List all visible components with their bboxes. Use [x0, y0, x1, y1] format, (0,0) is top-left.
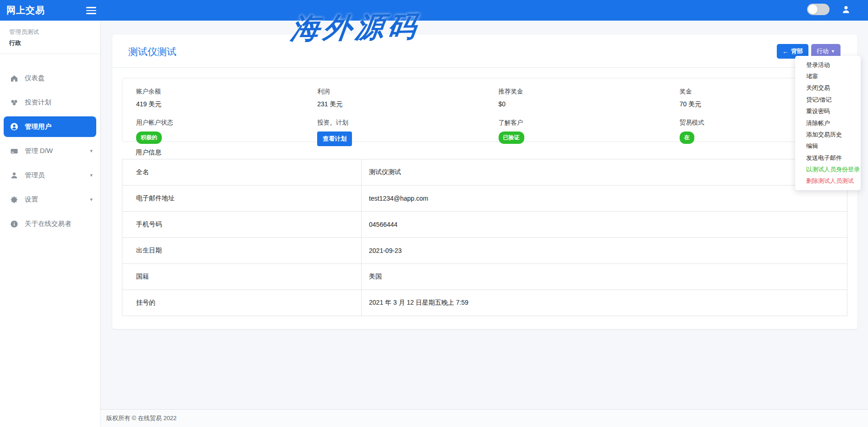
sidebar-item-label: 管理用户 [25, 122, 89, 131]
menu-item-reset-password[interactable]: 重设密码 [795, 106, 861, 117]
toggle-knob [808, 5, 818, 14]
plans-icon [10, 99, 18, 107]
row-value: 2021-09-23 [362, 238, 847, 264]
view-plans-button[interactable]: 查看计划 [317, 131, 352, 146]
sidebar-item-settings[interactable]: 设置 ▾ [0, 187, 100, 212]
sidebar-item-dashboard[interactable]: 仪表盘 [0, 66, 100, 90]
user-icon[interactable] [841, 5, 851, 14]
row-label: 国籍 [122, 264, 362, 290]
hamburger-menu-icon[interactable] [86, 5, 96, 15]
stat-label: 投资。计划 [317, 119, 484, 127]
actions-dropdown-menu: 登录活动 堵塞 关闭交易 贷记/借记 重设密码 清除帐户 添加交易历史 编辑 发… [795, 56, 861, 190]
theme-toggle[interactable] [807, 4, 830, 15]
actions-button-label: 行动 [817, 47, 829, 55]
menu-item-delete-user[interactable]: 删除测试人员测试 [795, 175, 861, 187]
kyc-badge: 已验证 [499, 131, 524, 144]
table-row: 全名 测试仪测试 [122, 159, 847, 186]
menu-item-clear-account[interactable]: 清除帐户 [795, 117, 861, 129]
row-label: 出生日期 [122, 238, 362, 264]
menu-item-login-activity[interactable]: 登录活动 [795, 59, 861, 71]
stat-investment-plan: 投资。计划 查看计划 [303, 119, 484, 146]
sidebar-item-label: 关于在线交易者 [25, 219, 93, 228]
trade-mode-badge: 在 [680, 131, 694, 144]
table-row: 国籍 美国 [122, 264, 847, 290]
back-button-label: 背部 [791, 47, 803, 55]
sidebar-item-investment-plans[interactable]: 投资计划 [0, 90, 100, 115]
copyright-text: 版权所有 © 在线贸易 2022 [106, 415, 176, 422]
sidebar-item-manage-dw[interactable]: 管理 D/W ▾ [0, 139, 100, 163]
user-info-section-title: 用户信息 [136, 148, 161, 157]
sidebar-item-admins[interactable]: 管理员 ▾ [0, 163, 100, 187]
stat-referral-bonus: 推荐奖金 $0 [485, 88, 666, 109]
sidebar-item-label: 投资计划 [25, 98, 93, 107]
status-badge: 积极的 [136, 131, 162, 144]
gear-icon [10, 196, 18, 204]
sidebar-item-label: 管理员 [25, 171, 90, 180]
chevron-down-icon: ▾ [90, 172, 93, 178]
sidebar-menu: 仪表盘 投资计划 管理用户 管理 D/W ▾ 管理员 ▾ [0, 54, 100, 236]
top-navbar: 网上交易 [0, 0, 868, 21]
stat-value: 231 美元 [317, 100, 484, 109]
stat-label: 用户帐户状态 [136, 119, 303, 127]
menu-item-edit[interactable]: 编辑 [795, 141, 861, 152]
chevron-down-icon: ▾ [90, 197, 93, 203]
chevron-down-icon: ▾ [90, 148, 93, 154]
stat-label: 账户余额 [136, 88, 303, 96]
user-circle-icon [10, 123, 18, 131]
menu-item-block[interactable]: 堵塞 [795, 71, 861, 82]
back-arrow-icon: ← [782, 48, 789, 55]
home-icon [10, 74, 18, 82]
account-stats-box: 账户余额 419 美元 利润 231 美元 推荐奖金 $0 奖金 70 美元 [122, 78, 847, 142]
page-title: 测试仪测试 [128, 45, 176, 58]
app-brand: 网上交易 [6, 0, 45, 21]
row-value: 美国 [362, 264, 847, 290]
stat-label: 了解客户 [499, 119, 666, 127]
row-value: test1234@happ.com [362, 186, 847, 212]
stat-account-status: 用户帐户状态 积极的 [122, 119, 303, 146]
sidebar-item-manage-users[interactable]: 管理用户 [4, 116, 96, 137]
menu-item-credit-debit[interactable]: 贷记/借记 [795, 94, 861, 105]
stat-label: 利润 [317, 88, 484, 96]
table-row: 出生日期 2021-09-23 [122, 238, 847, 264]
footer: 版权所有 © 在线贸易 2022 [100, 409, 868, 427]
menu-item-send-email[interactable]: 发送电子邮件 [795, 152, 861, 164]
menu-item-close-trades[interactable]: 关闭交易 [795, 82, 861, 94]
stat-label: 推荐奖金 [499, 88, 666, 96]
stat-kyc: 了解客户 已验证 [485, 119, 666, 146]
row-value: 2021 年 3 月 12 日星期五晚上 7:59 [362, 290, 847, 316]
menu-item-login-as-user[interactable]: 以测试人员身份登录 [795, 164, 861, 175]
row-value: 测试仪测试 [362, 159, 847, 186]
sidebar-item-about[interactable]: 关于在线交易者 [0, 212, 100, 236]
main-content: 测试仪测试 ← 背部 行动 ▼ 账户余额 419 美元 利润 [100, 21, 868, 427]
sidebar: 管理员测试 行政 仪表盘 投资计划 管理用户 管理 D/W [0, 21, 100, 427]
menu-item-add-trade-history[interactable]: 添加交易历史 [795, 129, 861, 140]
card-header: 测试仪测试 ← 背部 行动 ▼ [112, 34, 857, 68]
stat-profit: 利润 231 美元 [303, 88, 484, 109]
admin-icon [10, 171, 18, 180]
sidebar-item-label: 仪表盘 [25, 74, 93, 82]
deposits-icon [10, 147, 18, 155]
info-icon [10, 220, 18, 228]
table-row: 手机号码 04566444 [122, 212, 847, 238]
stat-value: $0 [499, 100, 666, 108]
caret-down-icon: ▼ [831, 49, 835, 54]
user-detail-card: 测试仪测试 ← 背部 行动 ▼ 账户余额 419 美元 利润 [112, 34, 857, 329]
sidebar-item-label: 设置 [25, 195, 90, 204]
table-row: 电子邮件地址 test1234@happ.com [122, 186, 847, 212]
sidebar-item-label: 管理 D/W [25, 147, 90, 155]
row-label: 电子邮件地址 [122, 186, 362, 212]
row-label: 手机号码 [122, 212, 362, 238]
row-value: 04566444 [362, 212, 847, 238]
stat-balance: 账户余额 419 美元 [122, 88, 303, 109]
row-label: 全名 [122, 159, 362, 186]
sidebar-profile: 管理员测试 行政 [0, 21, 100, 54]
row-label: 挂号的 [122, 290, 362, 316]
stat-value: 419 美元 [136, 100, 303, 109]
table-row: 挂号的 2021 年 3 月 12 日星期五晚上 7:59 [122, 290, 847, 316]
profile-name: 管理员测试 [9, 28, 91, 36]
user-info-table: 全名 测试仪测试 电子邮件地址 test1234@happ.com 手机号码 0… [122, 159, 847, 316]
profile-role: 行政 [9, 39, 91, 47]
